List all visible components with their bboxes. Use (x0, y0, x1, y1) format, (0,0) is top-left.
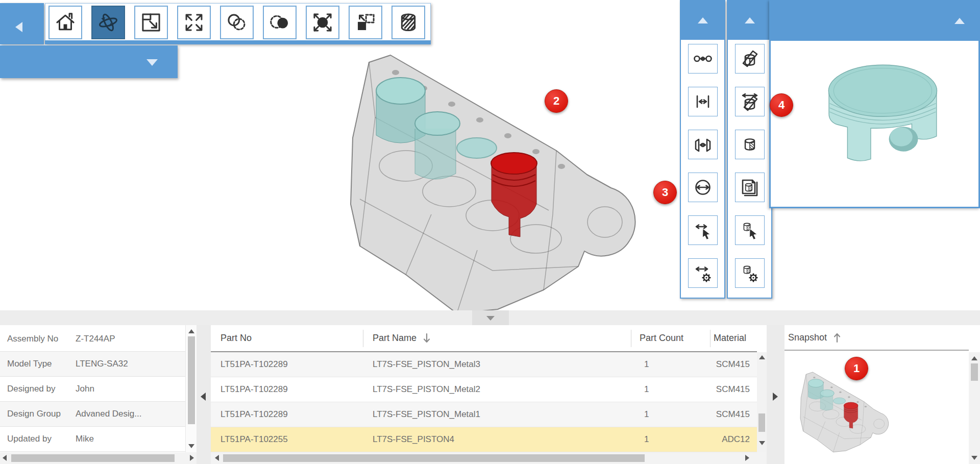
expand-part-icon (311, 11, 334, 34)
scrollbar-thumb[interactable] (188, 336, 195, 424)
measure-settings-button[interactable] (688, 258, 718, 288)
scrollbar-thumb[interactable] (971, 363, 978, 381)
section-snapshot-icon (740, 177, 760, 198)
replace-part-button[interactable] (349, 6, 382, 39)
distance-circle-to-circle-button[interactable] (688, 44, 718, 74)
scrollbar-thumb[interactable] (11, 454, 175, 462)
chevron-right-icon (773, 393, 778, 401)
measure-pick-button[interactable] (688, 215, 718, 245)
fit-view-button[interactable] (177, 6, 211, 39)
badge-viewport-number: 2 (553, 94, 559, 108)
column-header-part-count[interactable]: Part Count (631, 330, 710, 347)
preview-panel-header[interactable] (769, 0, 980, 41)
column-header-part-name[interactable]: Part Name (363, 330, 631, 347)
column-label: Part Name (373, 333, 416, 344)
section-snapshot-button[interactable] (735, 173, 765, 202)
part-preview-panel (769, 0, 980, 208)
info-vertical-scrollbar[interactable] (185, 325, 197, 452)
distance-plane-to-plane-button[interactable] (688, 130, 718, 159)
cell-material: ADC12 (710, 434, 757, 445)
snapshot-vertical-scrollbar[interactable] (969, 352, 980, 464)
diameter-icon (693, 177, 713, 198)
column-header-material[interactable]: Material (710, 330, 757, 347)
fit-view-icon (182, 11, 206, 34)
section-cut-button[interactable] (735, 130, 765, 159)
cell-part-count: 1 (631, 384, 710, 395)
info-value: Advaned Desig... (76, 409, 185, 419)
collapse-info-panel-divider[interactable] (197, 325, 211, 464)
scroll-up-icon[interactable] (759, 355, 765, 359)
cell-part-no: LT51PA-T102289 (211, 409, 363, 420)
isolate-part-button[interactable] (263, 6, 297, 39)
diameter-button[interactable] (688, 173, 718, 202)
expand-part-button[interactable] (306, 6, 339, 39)
cell-part-count: 1 (631, 359, 710, 370)
scrollbar-thumb[interactable] (758, 413, 765, 432)
cell-part-no: LT51PA-T102289 (211, 359, 363, 370)
scroll-up-icon[interactable] (971, 356, 977, 360)
collapse-snapshot-panel-divider[interactable] (767, 325, 785, 464)
zoom-window-button[interactable] (134, 6, 168, 39)
cell-part-name: LT7S-FSE_PISTON_Metal2 (363, 384, 631, 395)
table-row[interactable]: LT51PA-T102289 LT7S-FSE_PISTON_Metal3 1 … (211, 352, 757, 377)
cell-part-no: LT51PA-T102255 (211, 434, 363, 445)
table-row[interactable]: LT51PA-T102289 LT7S-FSE_PISTON_Metal2 1 … (211, 377, 757, 402)
home-button[interactable] (48, 6, 82, 39)
badge-viewport: 2 (545, 89, 568, 113)
section-settings-button[interactable] (735, 258, 765, 288)
scroll-right-icon[interactable] (745, 455, 749, 461)
scroll-down-icon[interactable] (759, 441, 765, 445)
overlap-parts-icon (225, 11, 249, 34)
chevron-left-icon (15, 22, 22, 32)
section-settings-icon (740, 263, 760, 283)
collapse-left-panel-button[interactable] (0, 3, 44, 44)
cross-section-button[interactable] (391, 6, 425, 39)
table-row-selected[interactable]: LT51PA-T102255 LT7S-FSE_PISTON4 1 ADC12 (211, 427, 757, 452)
scroll-down-icon[interactable] (188, 444, 194, 448)
info-value: Mike (76, 434, 185, 444)
distance-line-to-line-button[interactable] (688, 87, 718, 116)
chevron-up-icon (954, 18, 965, 24)
cross-section-icon (397, 11, 420, 34)
overlap-parts-button[interactable] (220, 6, 254, 39)
table-horizontal-scrollbar[interactable] (211, 452, 767, 464)
scroll-right-icon[interactable] (190, 455, 194, 461)
section-pick-button[interactable] (735, 215, 765, 245)
expand-left-panel-bar[interactable] (0, 45, 178, 78)
info-label: Design Group (0, 409, 76, 419)
info-label: Updated by (0, 434, 76, 444)
column-label: Part No (220, 333, 252, 344)
measure-panel-header[interactable] (680, 0, 725, 40)
replace-part-icon (354, 11, 377, 34)
section-plane-button[interactable] (735, 44, 765, 74)
scroll-left-icon[interactable] (3, 455, 7, 461)
column-header-part-no[interactable]: Part No (211, 330, 363, 347)
info-row: Updated by Mike (0, 427, 185, 452)
isolate-part-icon (268, 11, 291, 34)
table-vertical-scrollbar[interactable] (757, 352, 767, 452)
scroll-left-icon[interactable] (215, 455, 219, 461)
snapshot-thumbnail[interactable] (794, 369, 892, 455)
section-pick-icon (740, 220, 760, 240)
engine-assembly-model[interactable] (329, 46, 646, 310)
section-panel-header[interactable] (727, 0, 772, 40)
cell-material: SCM415 (710, 409, 757, 420)
scrollbar-thumb[interactable] (223, 454, 645, 462)
section-cut-icon (740, 134, 760, 155)
table-row[interactable]: LT51PA-T102289 LT7S-FSE_PISTON_Metal1 1 … (211, 402, 757, 427)
piston-preview-model[interactable] (808, 53, 961, 173)
section-plane-move-button[interactable] (735, 87, 765, 116)
section-plane-icon (740, 48, 760, 69)
chevron-down-icon (486, 316, 495, 321)
toolbar-accent-bar (45, 40, 431, 44)
assembly-info-panel: Assembly No Z-T244AP Model Type LTENG-SA… (0, 325, 185, 452)
snapshot-column-header[interactable]: Snapshot (785, 325, 969, 351)
scroll-down-icon[interactable] (971, 456, 977, 460)
info-label: Model Type (0, 359, 76, 369)
scroll-up-icon[interactable] (188, 329, 194, 333)
distance-plane-to-plane-icon (693, 134, 713, 155)
orbit-rotate-button[interactable] (91, 6, 125, 39)
info-horizontal-scrollbar[interactable] (0, 452, 197, 464)
snapshot-title: Snapshot (788, 332, 827, 343)
collapse-bottom-panel-tab[interactable] (472, 310, 509, 325)
